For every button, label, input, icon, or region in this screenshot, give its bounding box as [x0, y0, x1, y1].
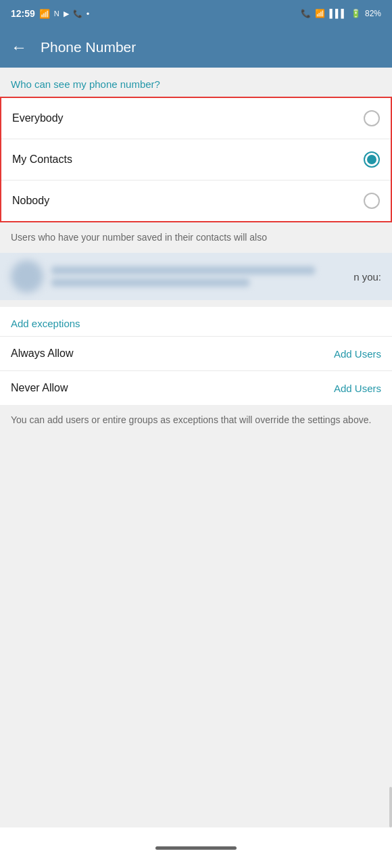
always-allow-row: Always Allow Add Users: [0, 336, 392, 370]
nav-handle: [155, 846, 237, 850]
status-time: 12:59: [11, 8, 35, 19]
blurred-area: n you:: [0, 253, 392, 300]
always-allow-label: Always Allow: [11, 347, 73, 360]
status-bar: 12:59 📶 N ▶ 📞 • 📞 📶 ▌▌▌ 🔋 82%: [0, 0, 392, 27]
call-icon: 📞: [301, 9, 311, 18]
blurred-text: [51, 266, 381, 287]
who-can-see-label: Who can see my phone number?: [0, 68, 392, 97]
section-divider: [0, 300, 392, 307]
everybody-label: Everybody: [12, 112, 64, 124]
always-allow-add-users-button[interactable]: Add Users: [334, 348, 381, 360]
status-left: 12:59 📶 N ▶ 📞 •: [11, 8, 89, 19]
toolbar: ← Phone Number: [0, 27, 392, 68]
never-allow-row: Never Allow Add Users: [0, 370, 392, 405]
page-title: Phone Number: [41, 39, 136, 55]
info-text: Users who have your number saved in thei…: [0, 222, 392, 253]
wifi-status-icon: 📶: [315, 9, 325, 18]
content-area: Who can see my phone number? Everybody M…: [0, 68, 392, 438]
back-button[interactable]: ←: [11, 38, 27, 57]
scroll-indicator: [389, 787, 392, 827]
visibility-radio-group: Everybody My Contacts Nobody: [0, 97, 392, 222]
phone-icon: 📞: [73, 9, 82, 18]
signal-icon: N: [54, 9, 59, 18]
wifi-icon: 📶: [39, 9, 50, 19]
my-contacts-radio[interactable]: [364, 151, 380, 168]
signal-bars-icon: ▌▌▌: [329, 9, 347, 18]
my-contacts-label: My Contacts: [12, 153, 72, 166]
blurred-line-2: [51, 279, 249, 287]
blurred-content: n you:: [0, 254, 392, 299]
status-right: 📞 📶 ▌▌▌ 🔋 82%: [301, 9, 381, 18]
option-nobody[interactable]: Nobody: [1, 180, 391, 221]
exceptions-section: Add exceptions Always Allow Add Users Ne…: [0, 307, 392, 405]
blurred-line-1: [51, 266, 315, 274]
dot-icon: •: [87, 9, 90, 19]
battery-icon: 🔋: [351, 9, 361, 18]
never-allow-add-users-button[interactable]: Add Users: [334, 383, 381, 394]
nobody-label: Nobody: [12, 195, 49, 207]
option-everybody[interactable]: Everybody: [1, 98, 391, 139]
nav-bar: [0, 827, 392, 868]
everybody-radio[interactable]: [364, 110, 380, 126]
footer-note: You can add users or entire groups as ex…: [0, 405, 392, 438]
exceptions-label: Add exceptions: [0, 307, 392, 336]
option-my-contacts[interactable]: My Contacts: [1, 139, 391, 180]
see-you-text: n you:: [353, 271, 381, 283]
youtube-icon: ▶: [64, 9, 69, 18]
battery-percent: 82%: [365, 9, 381, 18]
nobody-radio[interactable]: [364, 193, 380, 209]
never-allow-label: Never Allow: [11, 382, 68, 394]
blurred-avatar: [11, 260, 43, 293]
